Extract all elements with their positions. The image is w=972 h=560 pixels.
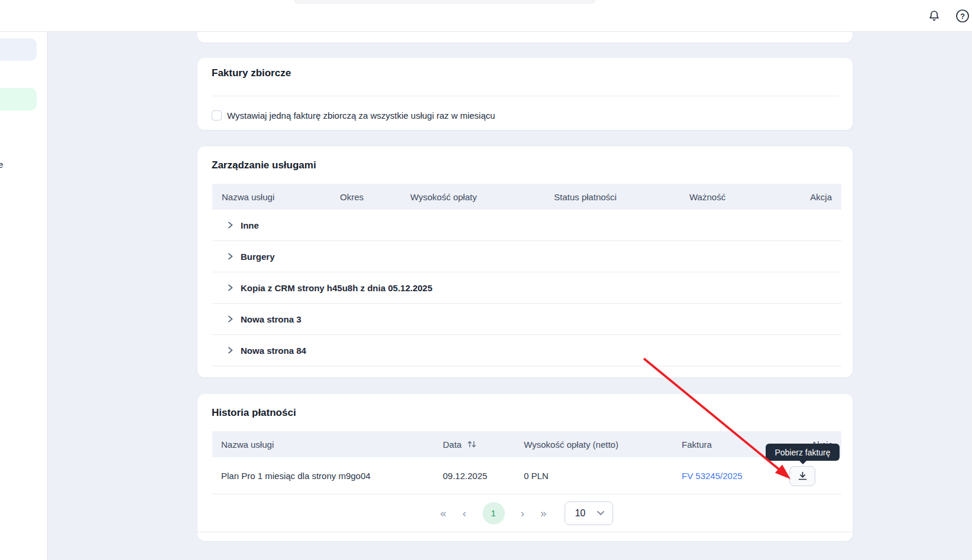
search-bar-remnant[interactable] [294,0,595,4]
service-group-label: Inne [241,220,259,230]
pagination: « ‹ 1 › » 10 [212,494,841,532]
service-group-label: Burgery [241,252,275,262]
divider [212,96,838,96]
col-service-name: Nazwa usługi [221,431,274,457]
chevron-right-icon [226,284,234,292]
chevron-right-icon [226,315,234,323]
col-action: Akcja [810,184,832,210]
sidebar: e [0,32,48,560]
svg-text:?: ? [960,12,965,21]
service-group-label: Nowa strona 84 [241,346,306,356]
tooltip-text: Pobierz fakturę [775,448,830,457]
payment-amount: 0 PLN [524,457,549,494]
service-group-row[interactable]: Nowa strona 84 [212,335,841,366]
bulk-invoices-title: Faktury zbiorcze [212,67,838,79]
sidebar-item-highlighted[interactable] [0,88,37,110]
service-group-row[interactable]: Nowa strona 3 [212,304,841,335]
col-payment-status: Status płatności [554,184,617,210]
chevron-right-icon [226,346,234,354]
bulk-invoice-option-row: Wystawiaj jedną fakturę zbiorczą za wszy… [212,110,838,121]
payments-table-header: Nazwa usługi Data Wysokość opłaty (netto… [212,431,841,457]
services-table-header: Nazwa usługi Okres Wysokość opłaty Statu… [212,184,841,210]
col-date-label: Data [443,439,462,450]
bulk-invoice-checkbox[interactable] [212,110,222,121]
card-above-clipped [197,32,853,43]
service-group-row[interactable]: Inne [212,210,841,241]
pagination-current-page[interactable]: 1 [482,502,505,525]
payment-row: Plan Pro 1 miesiąc dla strony m9go04 09.… [212,457,841,494]
pagination-first-button[interactable]: « [440,507,447,519]
col-period: Okres [340,184,364,210]
chevron-down-icon [597,510,605,516]
help-icon[interactable]: ? [952,5,972,27]
col-validity: Ważność [689,184,725,210]
payment-service-name: Plan Pro 1 miesiąc dla strony m9go04 [221,457,371,494]
sort-arrows-icon [467,439,477,449]
billing-page: ? e Faktury zbiorcze Wystawiaj jedną fak… [0,0,972,560]
divider [197,532,853,542]
invoice-link[interactable]: FV 53245/2025 [682,457,743,494]
payment-date: 09.12.2025 [443,457,487,494]
service-group-label: Nowa strona 3 [241,314,302,324]
download-icon [797,471,808,481]
pagination-prev-button[interactable]: ‹ [462,507,466,519]
services-card: Zarządzanie usługami Nazwa usługi Okres … [197,146,853,377]
tooltip-caret [799,460,807,464]
page-size-value: 10 [575,508,585,519]
sidebar-clipped-label: e [0,159,3,170]
payments-title: Historia płatności [212,407,838,419]
col-fee: Wysokość opłaty [410,184,477,210]
pagination-last-button[interactable]: » [540,507,547,519]
service-group-row[interactable]: Kopia z CRM strony h45u8h z dnia 05.12.2… [212,272,841,304]
payments-card: Historia płatności Nazwa usługi Data Wys… [197,394,853,541]
col-service-name: Nazwa usługi [222,184,274,210]
main-content: Faktury zbiorcze Wystawiaj jedną fakturę… [48,32,972,560]
services-title: Zarządzanie usługami [212,159,838,171]
bulk-invoice-checkbox-label: Wystawiaj jedną fakturę zbiorczą za wszy… [227,110,495,121]
col-invoice: Faktura [682,431,712,457]
notifications-bell-icon[interactable] [924,5,945,27]
chevron-right-icon [226,221,234,229]
topbar: ? [0,0,972,32]
bulk-invoices-card: Faktury zbiorcze Wystawiaj jedną fakturę… [197,58,853,130]
download-invoice-tooltip: Pobierz fakturę [766,444,840,461]
col-date-sortable[interactable]: Data [443,431,477,457]
page-size-select[interactable]: 10 [565,502,613,525]
service-group-row[interactable]: Burgery [212,241,841,272]
col-fee-net: Wysokość opłaty (netto) [524,431,618,457]
pagination-next-button[interactable]: › [521,507,524,519]
download-invoice-button[interactable] [789,466,815,486]
sidebar-item-active[interactable] [0,38,37,61]
service-group-label: Kopia z CRM strony h45u8h z dnia 05.12.2… [241,283,432,293]
chevron-right-icon [226,252,234,261]
